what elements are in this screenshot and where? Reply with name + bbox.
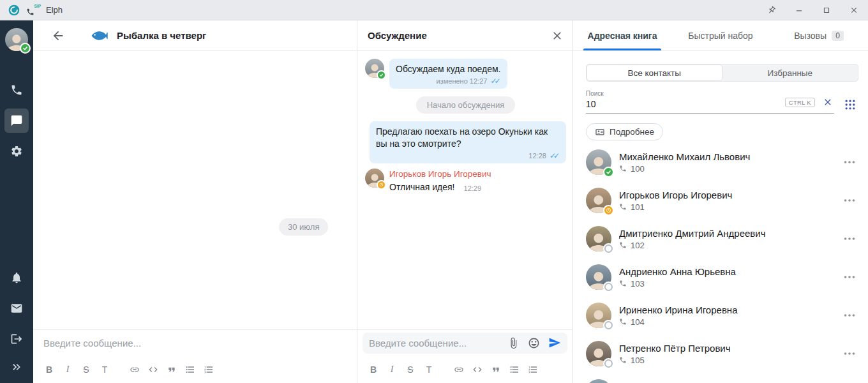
input-placeholder: Введите сообщение...	[43, 338, 141, 349]
bold-button[interactable]: B	[43, 364, 55, 375]
chat-header: Рыбалка в четверг	[33, 20, 357, 51]
contact-avatar	[586, 226, 611, 252]
bulleted-list-button[interactable]	[184, 364, 196, 375]
bold-button[interactable]: B	[368, 364, 379, 375]
close-discussion-button[interactable]	[551, 29, 564, 42]
nav-chats-button[interactable]	[4, 109, 29, 133]
chat-message-input[interactable]: Введите сообщение...	[33, 329, 357, 356]
nav-calls-button[interactable]	[4, 78, 29, 102]
details-button[interactable]: Подробнее	[586, 123, 663, 140]
segment-all-contacts[interactable]: Все контакты	[587, 64, 722, 81]
tab-address-book[interactable]: Адресная книга	[573, 20, 671, 50]
text-format-button[interactable]: T	[423, 364, 435, 375]
presence-status-badge	[604, 359, 613, 368]
message-text: Предлагаю поехать на озеро Окуньки как в…	[376, 126, 560, 150]
search-input[interactable]: Поиск 10 CTRL K	[586, 90, 834, 114]
italic-button[interactable]: I	[386, 364, 398, 375]
link-button[interactable]	[129, 364, 140, 375]
current-user-avatar[interactable]	[5, 28, 28, 51]
message-bubble: Обсуждаем куда поедем. изменено 12:27 ✓✓	[389, 59, 507, 89]
message-time: 12:28	[528, 152, 546, 160]
nav-voicemail-button[interactable]	[4, 296, 29, 320]
bell-icon	[10, 271, 23, 284]
calls-count-badge: 0	[832, 31, 844, 41]
contact-number: 105	[631, 356, 645, 365]
contact-row[interactable]: Петренко Пётр Петрович 105	[573, 334, 868, 373]
send-button[interactable]	[548, 336, 561, 349]
discussion-message-input[interactable]: Введите сообщение...	[363, 333, 567, 354]
minimize-button[interactable]	[794, 5, 804, 15]
contact-avatar	[586, 303, 611, 328]
close-window-button[interactable]	[849, 5, 859, 15]
emoji-icon	[528, 337, 540, 349]
emoji-button[interactable]	[528, 337, 540, 349]
tab-speed-dial[interactable]: Быстрый набор	[671, 20, 770, 50]
more-options-button[interactable]	[842, 193, 857, 207]
message-time: 12:29	[464, 184, 482, 192]
double-check-icon: ✓✓	[550, 151, 560, 160]
contacts-filter-segments: Все контакты Избранные	[586, 64, 858, 82]
nav-notifications-button[interactable]	[4, 266, 29, 290]
quote-button[interactable]	[166, 364, 177, 375]
discussion-messages: Обсуждаем куда поедем. изменено 12:27 ✓✓…	[357, 51, 572, 329]
back-button[interactable]	[51, 29, 65, 43]
contact-name: Игорьков Игорь Игоревич	[619, 190, 835, 200]
text-format-button[interactable]: T	[99, 364, 110, 375]
elph-logo-icon	[8, 4, 20, 17]
contact-avatar	[586, 341, 611, 366]
more-dots-icon	[842, 232, 857, 246]
sip-phone-icon: SIP	[26, 4, 40, 17]
more-dots-icon	[842, 347, 857, 361]
contact-name: Михайленко Михаил Львович	[619, 151, 835, 162]
strikethrough-button[interactable]: S	[405, 364, 416, 375]
numbered-list-button[interactable]	[203, 364, 214, 375]
contact-number: 102	[631, 241, 645, 250]
logout-icon	[10, 333, 23, 345]
message-avatar[interactable]	[365, 169, 384, 188]
mail-icon	[10, 302, 23, 315]
numbered-list-icon	[528, 364, 538, 375]
more-dots-icon	[842, 193, 857, 207]
nav-settings-button[interactable]	[4, 139, 29, 163]
dial-pad-grid-button[interactable]	[844, 98, 857, 111]
segment-favorites[interactable]: Избранные	[722, 64, 858, 81]
search-label: Поиск	[586, 90, 834, 97]
code-button[interactable]	[472, 364, 483, 375]
more-options-button[interactable]	[842, 270, 857, 284]
apps-grid-icon	[844, 98, 857, 111]
more-options-button[interactable]	[842, 232, 857, 246]
contact-row[interactable]: Дмитриенко Дмитрий Андреевич 102	[573, 220, 868, 258]
discussion-format-toolbar: B I S T	[357, 356, 572, 383]
more-options-button[interactable]	[842, 155, 857, 169]
bulleted-list-button[interactable]	[509, 364, 520, 375]
search-row: Поиск 10 CTRL K	[586, 90, 857, 114]
maximize-button[interactable]	[821, 5, 832, 15]
message-meta: изменено 12:27	[437, 77, 488, 85]
contact-row[interactable]: Михайленко Михаил Львович 100	[573, 143, 868, 181]
close-icon	[551, 29, 564, 42]
expand-sidebar-button[interactable]	[4, 355, 29, 379]
bulleted-list-icon	[185, 364, 195, 375]
presence-status-badge	[604, 168, 613, 176]
contact-row[interactable]: Игорьков Игорь Игоревич 101	[573, 181, 868, 220]
italic-button[interactable]: I	[62, 364, 73, 375]
message-avatar[interactable]	[365, 59, 384, 78]
pin-window-button[interactable]	[767, 5, 777, 15]
message-author[interactable]: Игорьков Игорь Игоревич	[389, 169, 491, 179]
more-options-button[interactable]	[842, 308, 857, 322]
clear-search-button[interactable]	[823, 97, 833, 107]
code-button[interactable]	[147, 364, 159, 375]
link-button[interactable]	[453, 364, 465, 375]
contact-row[interactable]: Андриенко Анна Юрьевна 103	[573, 258, 868, 296]
contacts-panel: Адресная книга Быстрый набор Вызовы 0 Вс…	[573, 20, 868, 383]
attach-file-button[interactable]	[507, 337, 520, 349]
more-options-button[interactable]	[842, 347, 857, 361]
numbered-list-button[interactable]	[527, 364, 539, 375]
contact-row[interactable]: Николаенко Николай Иванович 106	[573, 373, 868, 383]
message-text: Отличная идея!	[389, 182, 455, 192]
logout-button[interactable]	[4, 327, 29, 351]
contact-row[interactable]: Ириненко Ирина Игоревна 104	[573, 296, 868, 334]
strikethrough-button[interactable]: S	[80, 364, 92, 375]
quote-button[interactable]	[490, 364, 502, 375]
tab-calls[interactable]: Вызовы 0	[770, 20, 868, 50]
